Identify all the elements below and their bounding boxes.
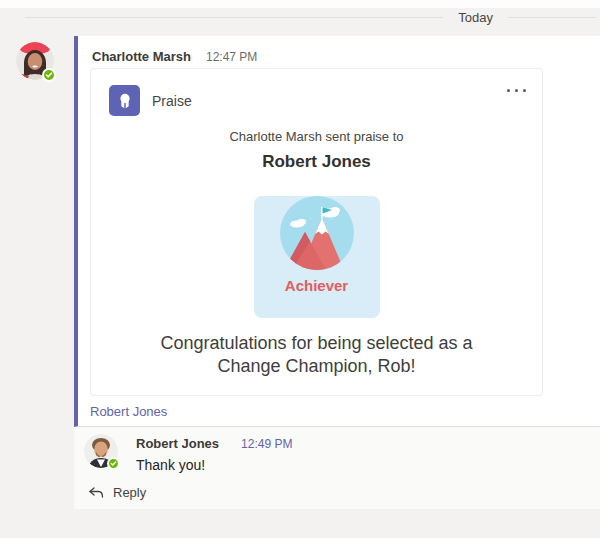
- reply-button-label: Reply: [113, 485, 146, 500]
- reply-text: Thank you!: [136, 456, 600, 474]
- praise-sent-line: Charlotte Marsh sent praise to: [91, 129, 542, 144]
- mountain-badge-image: [280, 196, 354, 270]
- reply-arrow-icon: [88, 486, 104, 499]
- repliers-link[interactable]: Robert Jones: [78, 404, 600, 420]
- avatar-charlotte-marsh[interactable]: [16, 42, 54, 80]
- replies-section: Robert Jones 12:49 PM Thank you! Reply: [74, 427, 600, 509]
- praise-card: Praise Charlotte Marsh sent praise to Ro…: [90, 68, 543, 396]
- avatar-robert-jones[interactable]: [84, 434, 118, 468]
- presence-available-icon: [107, 457, 120, 470]
- date-divider: Today: [0, 9, 600, 26]
- divider-line: [508, 17, 596, 18]
- presence-available-icon: [42, 68, 56, 82]
- message-author[interactable]: Charlotte Marsh: [92, 48, 191, 66]
- reply-button[interactable]: Reply: [88, 485, 146, 500]
- praise-message-line: Congratulations for being selected as a: [91, 332, 542, 355]
- praise-medal-icon: [109, 85, 140, 116]
- reply-author[interactable]: Robert Jones: [136, 436, 219, 452]
- message-header: Charlotte Marsh 12:47 PM: [78, 36, 600, 66]
- reply-header: Robert Jones 12:49 PM: [136, 436, 600, 452]
- praise-app-label: Praise: [152, 93, 192, 109]
- badge-title: Achiever: [254, 277, 380, 295]
- message-timestamp: 12:47 PM: [206, 48, 257, 66]
- praise-recipient-name: Robert Jones: [91, 152, 542, 172]
- divider-line: [25, 17, 443, 18]
- previous-message-edge: [0, 0, 600, 8]
- main-message: Charlotte Marsh 12:47 PM Praise Charlott…: [74, 36, 600, 427]
- achiever-badge-tile: Achiever: [254, 196, 380, 318]
- praise-message: Congratulations for being selected as a …: [91, 332, 542, 378]
- reply-message: Robert Jones 12:49 PM Thank you!: [74, 427, 600, 474]
- date-divider-label: Today: [458, 10, 493, 25]
- more-options-icon[interactable]: [503, 85, 530, 96]
- message-thread: Charlotte Marsh 12:47 PM Praise Charlott…: [74, 36, 600, 510]
- reply-timestamp: 12:49 PM: [241, 436, 292, 452]
- praise-message-line: Change Champion, Rob!: [91, 355, 542, 378]
- praise-card-header: Praise: [91, 69, 542, 116]
